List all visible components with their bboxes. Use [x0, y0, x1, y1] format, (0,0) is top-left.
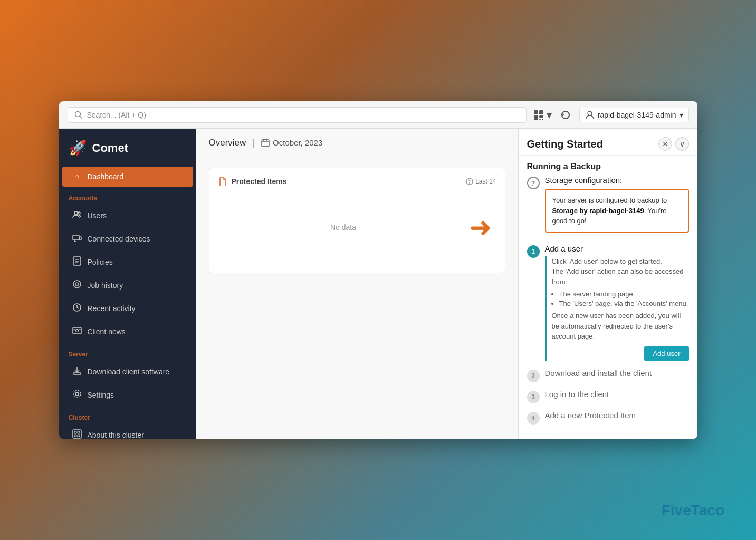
search-placeholder: Search... (Alt + Q)	[87, 111, 146, 119]
gs-step-1-content: Add a user Click 'Add user' below to get…	[545, 244, 689, 361]
header-divider: |	[252, 137, 255, 148]
sidebar-item-client-news[interactable]: Client news	[62, 321, 193, 343]
gs-step-1: 1 Add a user Click 'Add user' below to g…	[527, 244, 689, 361]
gs-bullet-1: The server landing page.	[559, 290, 689, 298]
card-header: Protected Items Last 24	[218, 177, 496, 186]
gs-storage-bold: Storage by rapid-bagel-3149	[552, 207, 644, 215]
gs-storage-step-num: ?	[527, 177, 540, 189]
sidebar-label-users: Users	[88, 211, 107, 220]
sidebar-section-cluster: Cluster	[59, 407, 196, 423]
gs-step-2-num: 2	[527, 370, 540, 382]
watermark-text: FiveTaco	[662, 502, 724, 518]
gs-step-1-label: Add a user	[545, 244, 689, 253]
job-history-icon	[72, 279, 82, 291]
svg-point-23	[75, 330, 78, 332]
svg-rect-31	[74, 431, 76, 433]
gs-storage-text: Your server is configured to backup to	[552, 196, 667, 204]
badge-label: Last 24	[475, 178, 496, 185]
clearfix: Add user	[552, 342, 689, 361]
sidebar-item-dashboard[interactable]: ⌂ Dashboard	[62, 167, 193, 187]
settings-icon	[72, 389, 82, 401]
download-icon	[72, 366, 82, 378]
sidebar-item-download-client[interactable]: Download client software	[62, 361, 193, 383]
getting-started-panel: Getting Started ✕ ∨ Running a Backup ? S…	[518, 129, 697, 439]
svg-rect-33	[74, 435, 76, 437]
svg-point-29	[73, 390, 81, 398]
grid-icon-btn[interactable]: ▾	[533, 109, 552, 121]
client-news-icon	[72, 326, 82, 338]
gs-step-2: 2 Download and install the client	[527, 369, 689, 382]
user-dropdown-icon: ▾	[680, 111, 683, 119]
policies-icon	[72, 256, 82, 268]
sidebar-item-users[interactable]: Users	[62, 205, 193, 227]
sidebar: 🚀 Comet ⌂ Dashboard Accounts	[59, 129, 196, 439]
svg-rect-22	[73, 327, 81, 334]
gs-step-1-expanded: Click 'Add user' below to get started. T…	[545, 256, 689, 361]
svg-rect-6	[539, 119, 541, 120]
app-window: Search... (Alt + Q) ▾	[59, 101, 697, 439]
recent-activity-icon	[72, 303, 82, 314]
gs-close-icon: ✕	[662, 140, 668, 148]
watermark: FiveTaco	[662, 502, 724, 519]
gs-body: ? Storage configuration: Your server is …	[519, 176, 697, 439]
gs-step-1-outro: Once a new user has been added, you will…	[552, 311, 689, 342]
gs-step-2-content: Download and install the client	[545, 369, 689, 382]
svg-point-19	[73, 281, 81, 288]
svg-rect-4	[534, 115, 538, 120]
gs-storage-box: Your server is configured to backup to S…	[545, 189, 689, 233]
no-data-text: No data	[218, 191, 469, 263]
svg-rect-30	[73, 430, 81, 438]
protected-items-icon	[218, 177, 227, 186]
sidebar-item-job-history[interactable]: Job history	[62, 274, 193, 296]
cluster-icon	[72, 429, 82, 439]
svg-rect-26	[73, 373, 81, 374]
sidebar-item-about-cluster[interactable]: About this cluster	[62, 424, 193, 439]
gs-storage-label: Storage configuration:	[545, 176, 689, 185]
add-user-button[interactable]: Add user	[644, 346, 688, 361]
sidebar-section-server: Server	[59, 343, 196, 360]
svg-point-28	[75, 392, 79, 396]
search-area[interactable]: Search... (Alt + Q)	[68, 107, 527, 123]
gs-step-3-content: Log in to the client	[545, 390, 689, 403]
svg-point-9	[74, 211, 78, 215]
svg-line-1	[80, 116, 82, 118]
sidebar-logo: 🚀 Comet	[59, 129, 196, 166]
gs-step-3: 3 Log in to the client	[527, 390, 689, 403]
calendar-icon	[261, 139, 270, 147]
gs-step-3-label: Log in to the client	[545, 390, 689, 399]
svg-rect-35	[262, 140, 269, 147]
overview-date-label: October, 2023	[273, 138, 322, 147]
gs-close-btn[interactable]: ✕	[658, 137, 672, 151]
overview-date: October, 2023	[261, 138, 322, 147]
user-menu-btn[interactable]: rapid-bagel-3149-admin ▾	[579, 108, 689, 122]
gs-step-4-label: Add a new Protected Item	[545, 411, 689, 420]
sidebar-label-connected-devices: Connected devices	[88, 235, 150, 243]
svg-rect-5	[539, 115, 543, 118]
card-title: Protected Items	[218, 177, 287, 186]
sidebar-label-policies: Policies	[88, 258, 113, 266]
sidebar-label-about-cluster: About this cluster	[88, 431, 144, 439]
grid-dropdown-icon: ▾	[547, 109, 552, 121]
overview-header: Overview | October, 2023	[196, 129, 518, 157]
sidebar-label-client-news: Client news	[88, 327, 126, 336]
svg-rect-34	[78, 435, 80, 437]
svg-point-10	[78, 212, 80, 214]
gs-panel-title: Getting Started	[527, 138, 603, 150]
top-bar-actions: ▾ rapid-bagel-3149-admin ▾	[533, 108, 689, 122]
sidebar-item-label-dashboard: Dashboard	[88, 172, 124, 181]
gs-step-4-content: Add a new Protected Item	[545, 411, 689, 425]
refresh-btn[interactable]	[560, 110, 571, 120]
overview-pane: Overview | October, 2023	[196, 129, 518, 439]
gs-step-2-label: Download and install the client	[545, 369, 689, 378]
sidebar-item-recent-activity[interactable]: Recent activity	[62, 297, 193, 320]
logo-text: Comet	[92, 141, 128, 155]
sidebar-item-connected-devices[interactable]: Connected devices	[62, 228, 193, 250]
sidebar-item-settings[interactable]: Settings	[62, 384, 193, 406]
connected-devices-icon	[72, 233, 82, 245]
svg-rect-7	[542, 119, 543, 120]
gs-collapse-btn[interactable]: ∨	[675, 137, 689, 151]
sidebar-item-policies[interactable]: Policies	[62, 251, 193, 273]
user-label: rapid-bagel-3149-admin	[598, 111, 676, 119]
gs-step-4-num: 4	[527, 412, 540, 425]
svg-point-8	[588, 111, 592, 115]
